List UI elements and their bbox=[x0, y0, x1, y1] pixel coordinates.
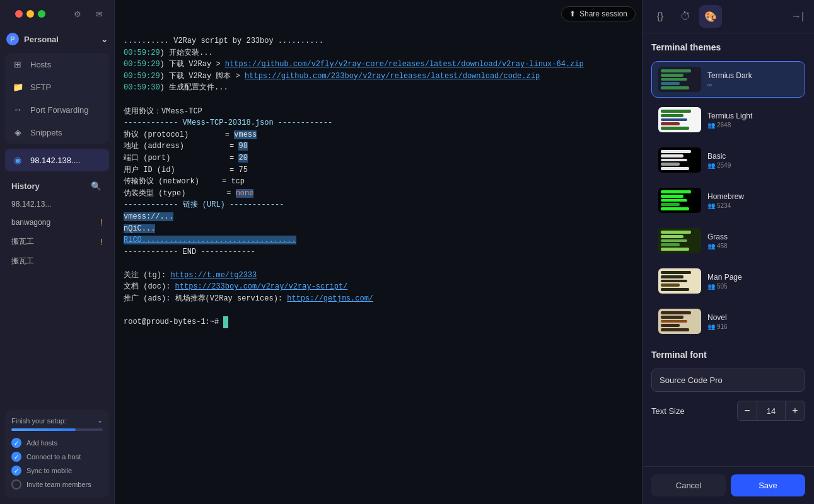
share-icon: ⬆ bbox=[569, 9, 576, 18]
terminal-line-kv-3: 端口 (port) = 20 bbox=[124, 152, 633, 164]
setup-item-sync-mobile: ✓ Sync to mobile bbox=[11, 464, 103, 478]
theme-preview-termius-dark bbox=[658, 67, 701, 92]
terminal-line-sep2: ------------ 链接 (URL) ------------ bbox=[124, 199, 633, 211]
sidebar-item-sftp[interactable]: 📁 SFTP bbox=[5, 76, 109, 98]
text-size-value: 14 bbox=[757, 401, 785, 421]
setup-title: Finish your setup: ⌄ bbox=[11, 416, 103, 425]
check-connect-host: ✓ bbox=[11, 452, 21, 462]
theme-name-man-page: Man Page bbox=[707, 273, 798, 282]
history-item-3[interactable]: 搬瓦工 bbox=[5, 251, 109, 271]
theme-name-termius-dark: Termius Dark bbox=[707, 71, 798, 80]
setup-progress bbox=[11, 428, 103, 431]
terminal-line-sep3: ------------ END ------------ bbox=[124, 246, 633, 258]
theme-item-man-page[interactable]: Man Page 👥505 bbox=[651, 263, 805, 299]
font-section-title: Terminal font bbox=[651, 350, 805, 360]
personal-chevron: ⌄ bbox=[101, 35, 108, 44]
setup-item-connect-host: ✓ Connect to a host bbox=[11, 450, 103, 464]
terminal-area[interactable]: .......... V2Ray script by 233boy ......… bbox=[115, 28, 642, 504]
history-item-label-1: banwagong bbox=[11, 218, 50, 227]
theme-name-grass: Grass bbox=[707, 232, 798, 241]
theme-item-novel[interactable]: Novel 👥916 bbox=[651, 303, 805, 340]
terminal-line-url-3: RiCO.................................. bbox=[124, 234, 633, 246]
theme-name-basic: Basic bbox=[707, 152, 798, 161]
setup-item-add-hosts: ✓ Add hosts bbox=[11, 436, 103, 450]
panel-footer: Cancel Save bbox=[642, 466, 814, 504]
active-host-item[interactable]: ◉ 98.142.138.... bbox=[5, 149, 109, 171]
theme-preview-novel bbox=[658, 309, 701, 334]
theme-info-termius-light: Termius Light 👥2648 bbox=[707, 112, 798, 129]
theme-info-termius-dark: Termius Dark ∞ bbox=[707, 71, 798, 88]
terminal-line-note-2: 文档 (doc): https://233boy.com/v2ray/v2ray… bbox=[124, 281, 633, 293]
topbar: ⬆ Share session bbox=[230, 0, 642, 28]
cancel-button[interactable]: Cancel bbox=[651, 474, 726, 496]
sidebar-item-hosts[interactable]: ⊞ Hosts bbox=[5, 53, 109, 76]
history-label: History bbox=[11, 181, 40, 191]
history-item-1[interactable]: banwagong ! bbox=[5, 213, 109, 232]
share-session-button[interactable]: ⬆ Share session bbox=[561, 6, 636, 21]
setup-item-label-add-hosts: Add hosts bbox=[26, 439, 57, 447]
personal-label: Personal bbox=[24, 35, 59, 44]
terminal-line-kv-6: 伪装类型 (type) = none bbox=[124, 188, 633, 200]
traffic-light-red[interactable] bbox=[15, 10, 23, 18]
themes-title: Terminal themes bbox=[651, 42, 805, 52]
theme-item-homebrew[interactable]: Homebrew 👥5234 bbox=[651, 182, 805, 219]
text-size-row: Text Size − 14 + bbox=[651, 401, 805, 421]
panel-collapse-button[interactable]: →| bbox=[788, 6, 808, 26]
theme-item-grass[interactable]: Grass 👥458 bbox=[651, 222, 805, 259]
text-size-decrease-button[interactable]: − bbox=[737, 401, 757, 421]
hosts-icon: ⊞ bbox=[11, 58, 24, 71]
theme-item-termius-light[interactable]: Termius Light 👥2648 bbox=[651, 101, 805, 138]
theme-count-man-page: 👥505 bbox=[707, 283, 798, 290]
theme-item-basic[interactable]: Basic 👥2549 bbox=[651, 142, 805, 178]
theme-count-grass: 👥458 bbox=[707, 243, 798, 249]
history-item-2[interactable]: 搬瓦工 ! bbox=[5, 232, 109, 251]
terminal-line-kv-5: 传输协议 (network) = tcp bbox=[124, 176, 633, 188]
text-size-increase-button[interactable]: + bbox=[785, 401, 805, 421]
sidebar-footer: Finish your setup: ⌄ ✓ Add hosts ✓ Conne… bbox=[0, 404, 114, 504]
terminal-line-kv-2: 地址 (address) = 98 bbox=[124, 140, 633, 152]
font-selector-button[interactable]: Source Code Pro bbox=[651, 369, 805, 392]
theme-info-basic: Basic 👥2549 bbox=[707, 152, 798, 169]
traffic-light-green[interactable] bbox=[38, 10, 45, 18]
save-button[interactable]: Save bbox=[731, 474, 805, 496]
history-search-button[interactable]: 🔍 bbox=[89, 179, 103, 193]
hosts-label: Hosts bbox=[30, 60, 51, 69]
mail-button[interactable]: ✉ bbox=[90, 5, 108, 23]
settings-button[interactable]: ⚙ bbox=[69, 5, 86, 23]
tab-code[interactable]: {} bbox=[649, 5, 672, 28]
sidebar-header: ⚙ ✉ bbox=[0, 0, 114, 28]
panel-content: Terminal themes Termius Dark ∞ bbox=[642, 33, 814, 466]
right-panel-tabs: {} ⏱ 🎨 →| bbox=[642, 0, 814, 33]
personal-icon: P bbox=[6, 33, 19, 45]
terminal-line-4: 00:59:30) 生成配置文件... bbox=[124, 82, 633, 94]
theme-count-termius-dark: ∞ bbox=[707, 81, 798, 88]
port-forwarding-icon: ↔ bbox=[11, 103, 24, 116]
theme-item-termius-dark[interactable]: Termius Dark ∞ bbox=[651, 61, 805, 98]
terminal-line-3: 00:59:29) 下载 V2Ray 脚本 > https://github.c… bbox=[124, 71, 633, 83]
sidebar-item-snippets[interactable]: ◈ Snippets bbox=[5, 121, 109, 144]
terminal-line-banner: .......... V2Ray script by 233boy ......… bbox=[124, 35, 633, 47]
sftp-icon: 📁 bbox=[11, 81, 24, 93]
theme-name-homebrew: Homebrew bbox=[707, 192, 798, 201]
theme-info-grass: Grass 👥458 bbox=[707, 232, 798, 249]
main-content: ⬆ Share session .......... V2Ray script … bbox=[115, 0, 642, 504]
tab-themes[interactable]: 🎨 bbox=[699, 5, 722, 28]
theme-info-homebrew: Homebrew 👥5234 bbox=[707, 192, 798, 209]
history-item-label-0: 98.142.13... bbox=[11, 200, 51, 209]
terminal-line-1: 00:59:29) 开始安装... bbox=[124, 47, 633, 59]
theme-preview-homebrew bbox=[658, 188, 701, 213]
history-item-0[interactable]: 98.142.13... bbox=[5, 195, 109, 213]
setup-progress-bar bbox=[11, 428, 76, 431]
active-host-label: 98.142.138.... bbox=[30, 156, 81, 165]
theme-preview-grass bbox=[658, 228, 701, 253]
terminal-line-2: 00:59:29) 下载 V2Ray > https://github.com/… bbox=[124, 59, 633, 71]
terminal-line-url-1: vmess://... bbox=[124, 211, 633, 223]
sidebar-item-port-forwarding[interactable]: ↔ Port Forwarding bbox=[5, 98, 109, 121]
right-panel: {} ⏱ 🎨 →| Terminal themes Termius Dark ∞ bbox=[642, 0, 814, 504]
personal-section[interactable]: P Personal ⌄ bbox=[0, 28, 114, 50]
terminal-line-url-2: nQiC... bbox=[124, 223, 633, 235]
tab-time[interactable]: ⏱ bbox=[674, 5, 697, 28]
theme-count-novel: 👥916 bbox=[707, 323, 798, 330]
traffic-light-yellow[interactable] bbox=[26, 10, 34, 18]
snippets-icon: ◈ bbox=[11, 126, 24, 139]
